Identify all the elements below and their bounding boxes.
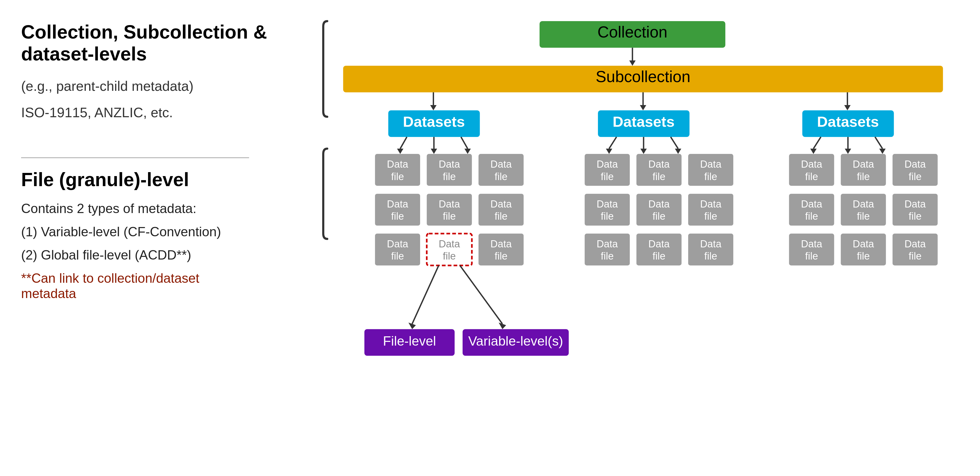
svg-text:Data: Data [439, 198, 460, 210]
svg-line-19 [609, 137, 616, 149]
svg-marker-20 [606, 149, 612, 154]
svg-text:file: file [857, 171, 870, 182]
svg-text:Data: Data [490, 158, 512, 170]
svg-marker-16 [431, 149, 437, 154]
svg-text:file: file [909, 210, 922, 222]
contains-text: Contains 2 types of metadata: [21, 201, 274, 216]
svg-text:Data: Data [648, 238, 670, 250]
svg-line-25 [813, 137, 821, 149]
file-section: File (granule)-level Contains 2 types of… [21, 169, 274, 301]
datasets-label-center: Datasets [613, 113, 675, 130]
svg-text:Data: Data [853, 158, 874, 170]
svg-text:Data: Data [597, 198, 618, 210]
svg-text:Data: Data [648, 158, 670, 170]
main-heading: Collection, Subcollection &dataset-level… [21, 21, 274, 65]
svg-text:file: file [909, 250, 922, 262]
variable-level-label: Variable-level(s) [468, 333, 563, 349]
svg-text:Data: Data [597, 238, 618, 250]
svg-text:file: file [857, 210, 870, 222]
svg-text:Data: Data [490, 198, 512, 210]
note-text: **Can link to collection/datasetmetadata [21, 271, 274, 301]
svg-text:file: file [805, 250, 818, 262]
svg-marker-14 [397, 149, 404, 154]
svg-text:Data: Data [700, 238, 721, 250]
datasets-label-left: Datasets [403, 113, 465, 130]
svg-text:Data: Data [648, 198, 670, 210]
svg-text:file: file [704, 250, 717, 262]
svg-line-23 [671, 137, 678, 149]
svg-text:Data: Data [439, 158, 460, 170]
svg-text:file: file [652, 250, 665, 262]
svg-line-114 [460, 265, 503, 324]
svg-text:Data: Data [801, 238, 822, 250]
svg-line-13 [400, 137, 407, 149]
file-level-label: File-level [383, 333, 436, 349]
svg-text:file: file [495, 250, 508, 262]
svg-text:Data: Data [387, 238, 408, 250]
svg-line-29 [875, 137, 882, 149]
svg-text:Data: Data [905, 238, 926, 250]
svg-marker-30 [879, 149, 886, 154]
svg-marker-28 [845, 149, 851, 154]
svg-text:file: file [391, 210, 404, 222]
datasets-label-right: Datasets [817, 113, 879, 130]
svg-marker-7 [640, 105, 646, 110]
svg-line-112 [412, 265, 439, 324]
svg-text:file: file [805, 210, 818, 222]
svg-text:file: file [443, 171, 456, 182]
svg-text:Data: Data [700, 198, 721, 210]
svg-text:Data: Data [439, 238, 460, 250]
hierarchy-diagram: Collection Subcollection Datasets Datase… [322, 16, 959, 446]
svg-text:file: file [495, 171, 508, 182]
svg-marker-26 [810, 149, 817, 154]
svg-text:file: file [495, 210, 508, 222]
svg-text:file: file [443, 210, 456, 222]
svg-text:Data: Data [905, 158, 926, 170]
svg-text:file: file [857, 250, 870, 262]
parent-child-text: (e.g., parent-child metadata) [21, 78, 274, 94]
svg-line-17 [461, 137, 468, 149]
type2-text: (2) Global file-level (ACDD**) [21, 247, 274, 263]
svg-text:file: file [652, 210, 665, 222]
svg-text:file: file [909, 171, 922, 182]
svg-text:Data: Data [801, 158, 822, 170]
subcollection-label: Subcollection [596, 68, 690, 86]
svg-text:Data: Data [490, 238, 512, 250]
svg-text:file: file [601, 250, 614, 262]
right-panel: Collection Subcollection Datasets Datase… [290, 0, 980, 476]
svg-text:file: file [652, 171, 665, 182]
section-divider [21, 158, 249, 158]
iso-text: ISO-19115, ANZLIC, etc. [21, 105, 274, 120]
svg-marker-2 [629, 60, 636, 66]
svg-marker-22 [640, 149, 647, 154]
svg-marker-5 [430, 105, 436, 110]
svg-text:Data: Data [387, 158, 408, 170]
svg-text:Data: Data [387, 198, 408, 210]
svg-text:file: file [601, 210, 614, 222]
svg-text:file: file [805, 171, 818, 182]
left-panel: Collection, Subcollection &dataset-level… [0, 0, 290, 476]
file-heading: File (granule)-level [21, 169, 274, 190]
svg-text:file: file [391, 250, 404, 262]
svg-text:Data: Data [853, 238, 874, 250]
svg-marker-9 [844, 105, 850, 110]
svg-text:Data: Data [700, 158, 721, 170]
svg-text:file: file [704, 210, 717, 222]
svg-text:Data: Data [597, 158, 618, 170]
svg-text:Data: Data [905, 198, 926, 210]
svg-marker-24 [675, 149, 681, 154]
svg-text:file: file [443, 250, 456, 262]
svg-text:file: file [391, 171, 404, 182]
top-section: Collection, Subcollection &dataset-level… [21, 21, 274, 131]
collection-label: Collection [597, 23, 667, 41]
svg-marker-18 [465, 149, 471, 154]
svg-text:file: file [601, 171, 614, 182]
svg-text:Data: Data [801, 198, 822, 210]
type1-text: (1) Variable-level (CF-Convention) [21, 224, 274, 239]
svg-text:Data: Data [853, 198, 874, 210]
svg-text:file: file [704, 171, 717, 182]
